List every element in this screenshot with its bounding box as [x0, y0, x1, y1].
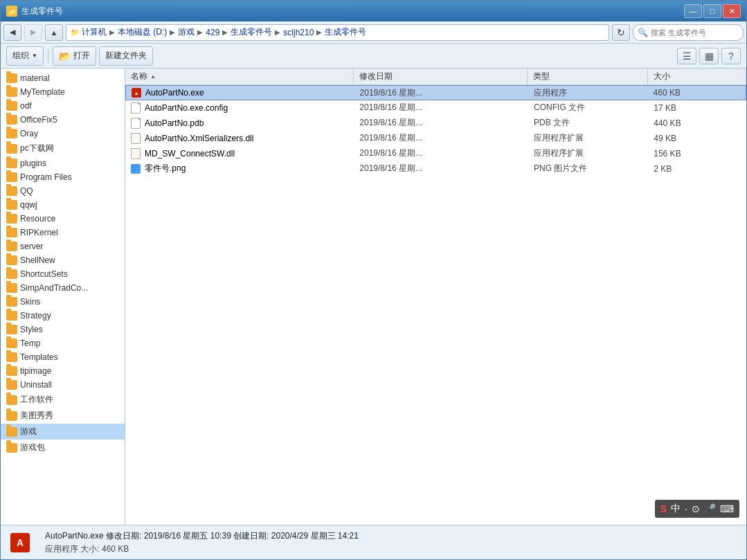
sidebar-item[interactable]: Oray	[1, 127, 125, 141]
sidebar-item[interactable]: QQ	[1, 184, 125, 198]
col-header-name[interactable]: 名称 ▲	[125, 69, 354, 84]
table-row[interactable]: MD_SW_ConnectSW.dll 2019/8/16 星期... 应用程序…	[125, 146, 746, 161]
file-date: 2019/8/16 星期...	[359, 147, 422, 159]
file-size-cell: 156 KB	[648, 146, 746, 161]
file-type: CONFIG 文件	[534, 102, 585, 114]
file-type-cell: 应用程序	[528, 86, 648, 100]
path-sep-1: ▶	[109, 28, 115, 36]
folder-icon	[6, 101, 17, 111]
folder-icon	[6, 159, 17, 168]
close-button[interactable]: ✕	[723, 4, 741, 18]
sidebar-item-label: odf	[20, 101, 32, 111]
window-title: 生成零件号	[21, 6, 684, 17]
path-429[interactable]: 429	[206, 28, 219, 37]
sort-arrow: ▲	[150, 73, 156, 80]
ime-circle[interactable]: ⊙	[692, 503, 700, 514]
file-type-cell: CONFIG 文件	[528, 100, 648, 115]
status-line1: AutoPartNo.exe 修改日期: 2019/8/16 星期五 10:39…	[45, 530, 359, 542]
path-drive[interactable]: 本地磁盘 (D:)	[118, 26, 167, 38]
new-folder-button[interactable]: 新建文件夹	[99, 46, 153, 66]
sidebar-item-label: material	[20, 73, 50, 83]
sidebar-item[interactable]: SimpAndTradCo...	[1, 281, 125, 295]
sidebar-item[interactable]: ShellNew	[1, 253, 125, 267]
path-generate[interactable]: 生成零件号	[231, 26, 272, 38]
sidebar-item[interactable]: pc下载网	[1, 141, 125, 156]
ime-mic[interactable]: 🎤	[704, 503, 716, 514]
view-toggle-button[interactable]: ▦	[699, 48, 719, 64]
ime-s[interactable]: S	[660, 503, 667, 514]
folder-icon	[6, 366, 17, 376]
maximize-button[interactable]: □	[703, 4, 721, 18]
col-header-date[interactable]: 修改日期	[354, 69, 528, 84]
sidebar-item[interactable]: Styles	[1, 323, 125, 336]
up-button[interactable]: ▲	[45, 24, 63, 41]
toolbar: 组织 ▼ 📂 打开 新建文件夹 ☰ ▦ ?	[1, 44, 746, 69]
view-options-button[interactable]: ☰	[677, 48, 696, 64]
sidebar-item[interactable]: Temp	[1, 336, 125, 350]
ime-bar[interactable]: S 中 · ⊙ 🎤 ⌨	[655, 500, 739, 518]
sidebar-item[interactable]: Resource	[1, 212, 125, 226]
file-date-cell: 2019/8/16 星期...	[354, 146, 528, 161]
path-scljh210[interactable]: scljh210	[283, 28, 314, 37]
file-date: 2019/8/16 星期...	[359, 132, 422, 144]
sidebar-item[interactable]: 游戏包	[1, 440, 125, 455]
sidebar-item[interactable]: Program Files	[1, 170, 125, 184]
file-type-cell: 应用程序扩展	[528, 131, 648, 145]
address-path[interactable]: 📁 计算机 ▶ 本地磁盘 (D:) ▶ 游戏 ▶ 429 ▶ 生成零件号 ▶ s…	[66, 24, 609, 41]
status-exe-icon: A	[10, 533, 30, 552]
sidebar-item[interactable]: 游戏	[1, 424, 125, 440]
sidebar-item[interactable]: odf	[1, 99, 125, 113]
file-date-cell: 2019/8/16 星期...	[354, 161, 528, 176]
table-row[interactable]: AutoPartNo.pdb 2019/8/16 星期... PDB 文件 44…	[125, 116, 746, 131]
sidebar-item[interactable]: qqwj	[1, 198, 125, 212]
folder-icon	[6, 87, 17, 97]
organize-label: 组织	[12, 50, 29, 62]
sidebar-item[interactable]: 美图秀秀	[1, 408, 125, 424]
sidebar-item[interactable]: server	[1, 240, 125, 253]
sidebar-item[interactable]: Templates	[1, 350, 125, 364]
folder-icon	[6, 338, 17, 348]
col-header-size[interactable]: 大小	[648, 69, 746, 84]
table-row[interactable]: 零件号.png 2019/8/16 星期... PNG 图片文件 2 KB	[125, 161, 746, 177]
table-row[interactable]: AutoPartNo.exe.config 2019/8/16 星期... CO…	[125, 100, 746, 116]
path-current[interactable]: 生成零件号	[325, 26, 366, 38]
sidebar-item-label: qqwj	[20, 200, 37, 210]
minimize-button[interactable]: —	[684, 4, 702, 18]
open-button[interactable]: 📂 打开	[53, 46, 96, 66]
forward-button[interactable]: ▶	[24, 24, 42, 41]
sidebar-item[interactable]: Strategy	[1, 309, 125, 323]
file-name-cell: ▲ AutoPartNo.exe	[126, 86, 354, 100]
help-button[interactable]: ?	[721, 48, 741, 64]
sidebar-item-label: tipimage	[20, 366, 51, 376]
file-date-cell: 2019/8/16 星期...	[354, 116, 528, 130]
sidebar-item[interactable]: RIPKernel	[1, 226, 125, 240]
table-row[interactable]: ▲ AutoPartNo.exe 2019/8/16 星期... 应用程序 46…	[125, 85, 746, 100]
file-name: 零件号.png	[145, 163, 186, 174]
path-computer[interactable]: 计算机	[82, 26, 107, 38]
folder-icon	[6, 186, 17, 196]
sidebar-item[interactable]: 工作软件	[1, 392, 125, 408]
back-button[interactable]: ◀	[3, 24, 21, 41]
table-row[interactable]: AutoPartNo.XmlSerializers.dll 2019/8/16 …	[125, 131, 746, 146]
search-input[interactable]	[651, 28, 744, 37]
folder-icon	[6, 395, 17, 405]
column-headers: 名称 ▲ 修改日期 类型 大小	[125, 69, 746, 85]
refresh-button[interactable]: ↻	[612, 24, 630, 41]
sidebar-item[interactable]: Skins	[1, 295, 125, 309]
organize-button[interactable]: 组织 ▼	[6, 46, 44, 66]
col-header-type[interactable]: 类型	[528, 69, 647, 84]
search-box[interactable]: 🔍	[633, 24, 744, 41]
sidebar-item[interactable]: Uninstall	[1, 378, 125, 392]
sidebar-item[interactable]: OfficeFix5	[1, 113, 125, 127]
sidebar-item[interactable]: material	[1, 71, 125, 85]
sidebar-item[interactable]: tipimage	[1, 364, 125, 378]
ime-keyboard[interactable]: ⌨	[720, 503, 734, 514]
path-games[interactable]: 游戏	[178, 26, 195, 38]
sidebar-item[interactable]: plugins	[1, 156, 125, 170]
ime-chinese[interactable]: 中	[671, 503, 681, 515]
sidebar-item[interactable]: ShortcutSets	[1, 267, 125, 281]
ime-dot[interactable]: ·	[685, 503, 687, 514]
sidebar-item[interactable]: MyTemplate	[1, 85, 125, 99]
folder-icon	[6, 115, 17, 125]
folder-icon	[6, 228, 17, 237]
